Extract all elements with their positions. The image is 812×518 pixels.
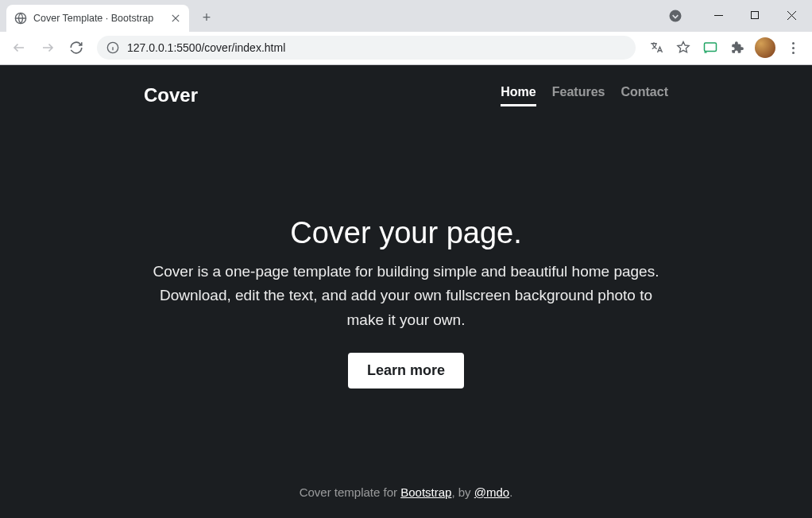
toolbar-right (644, 35, 806, 60)
cast-icon[interactable] (698, 35, 723, 60)
window-controls (701, 3, 809, 27)
forward-button[interactable] (35, 35, 60, 60)
learn-more-button[interactable]: Learn more (348, 353, 464, 388)
footer-prefix: Cover template for (300, 485, 401, 499)
extensions-icon[interactable] (725, 35, 750, 60)
globe-icon (14, 12, 27, 25)
nav: Home Features Contact (501, 85, 668, 106)
tab-strip: Cover Template · Bootstrap + (0, 0, 812, 32)
footer-link-mdo[interactable]: @mdo (474, 485, 509, 499)
bookmark-star-icon[interactable] (671, 35, 696, 60)
browser-chrome: Cover Template · Bootstrap + (0, 0, 812, 65)
back-button[interactable] (6, 35, 32, 60)
masthead: Cover Home Features Contact (144, 65, 668, 106)
footer-link-bootstrap[interactable]: Bootstrap (400, 485, 451, 499)
svg-rect-2 (751, 11, 758, 18)
svg-point-1 (670, 10, 682, 22)
page-viewport: Cover Home Features Contact Cover your p… (0, 65, 812, 518)
browser-tab[interactable]: Cover Template · Bootstrap (6, 5, 189, 32)
hero: Cover your page. Cover is a one-page tem… (144, 106, 668, 466)
maximize-button[interactable] (737, 3, 772, 27)
hero-title: Cover your page. (290, 216, 522, 250)
profile-badge-icon[interactable] (667, 8, 683, 24)
nav-link-features[interactable]: Features (552, 85, 605, 106)
address-bar[interactable]: 127.0.0.1:5500/cover/index.html (97, 36, 636, 60)
footer-suffix: . (509, 485, 512, 499)
reload-button[interactable] (64, 35, 89, 60)
translate-icon[interactable] (644, 35, 669, 60)
close-tab-icon[interactable] (170, 13, 181, 24)
nav-link-home[interactable]: Home (501, 85, 536, 106)
minimize-button[interactable] (701, 3, 736, 27)
close-window-button[interactable] (774, 3, 809, 27)
brand: Cover (144, 84, 198, 106)
toolbar: 127.0.0.1:5500/cover/index.html (0, 32, 812, 64)
tab-title: Cover Template · Bootstrap (33, 13, 164, 24)
url-text: 127.0.0.1:5500/cover/index.html (127, 41, 626, 54)
footer-mid: , by (451, 485, 474, 499)
new-tab-button[interactable]: + (195, 7, 218, 29)
profile-avatar[interactable] (755, 37, 775, 58)
svg-rect-4 (705, 43, 717, 52)
nav-link-contact[interactable]: Contact (621, 85, 668, 106)
site-info-icon[interactable] (106, 41, 119, 54)
hero-lead: Cover is a one-page template for buildin… (152, 260, 660, 332)
menu-kebab-icon[interactable] (780, 35, 806, 60)
footer: Cover template for Bootstrap, by @mdo. (144, 466, 668, 518)
